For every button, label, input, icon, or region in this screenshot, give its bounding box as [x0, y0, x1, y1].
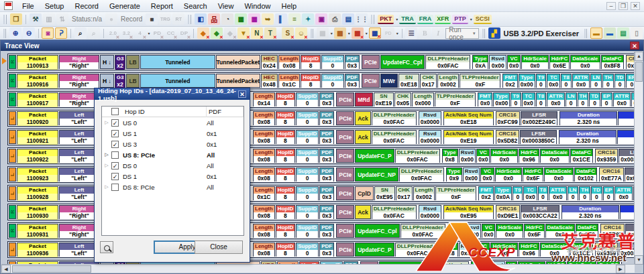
- menu-report[interactable]: Report: [146, 1, 178, 11]
- field-t9[interactable]: T90: [511, 92, 521, 107]
- report-grid-icon[interactable]: ▦: [248, 13, 260, 25]
- field-hopid[interactable]: HopID8: [276, 130, 296, 144]
- statistics-icon[interactable]: ▌: [275, 13, 287, 25]
- field-ufc[interactable]: UpdateFC_P: [355, 243, 394, 257]
- field-pdf[interactable]: PDF0x3: [319, 111, 334, 125]
- field-right[interactable]: Right"Right": [59, 205, 99, 219]
- filter-pd-button[interactable]: PD✕: [151, 27, 163, 39]
- vertical-scroll-thumb[interactable]: [635, 62, 643, 82]
- toolbar-grip[interactable]: [371, 15, 374, 24]
- filter-3-2-button[interactable]: 3.2✕: [120, 27, 132, 39]
- field-packet[interactable]: Packet1100916: [17, 74, 58, 88]
- field-attr[interactable]: ATTR0x0: [547, 92, 565, 107]
- field-left[interactable]: Left"Left": [59, 186, 99, 200]
- field-rsvd[interactable]: Rsvd0x00: [459, 243, 476, 257]
- field-crc16[interactable]: CRC160xFC99: [496, 111, 520, 125]
- dropdown-arrow-icon[interactable]: ▾: [396, 17, 398, 21]
- hop-id-row-us-3[interactable]: ✓US 30x1: [102, 139, 244, 149]
- device-properties-icon[interactable]: ◧: [195, 13, 207, 25]
- field-length[interactable]: Length0x08: [253, 167, 275, 182]
- field-chk[interactable]: CHK0x17: [420, 74, 437, 88]
- field-ack-nak-seq-num[interactable]: Ack/Nak Seq Num0xE18: [443, 111, 493, 125]
- field-type[interactable]: Type0x8: [442, 149, 458, 163]
- field-td[interactable]: TD0: [589, 92, 600, 107]
- field-datascale[interactable]: DataScale0x0: [540, 149, 570, 163]
- field-ln[interactable]: LN0: [590, 74, 602, 88]
- pdf-column-header[interactable]: PDF: [207, 107, 244, 117]
- field-hdrfc[interactable]: HdrFC0x96: [519, 243, 539, 257]
- field-hopid[interactable]: HopID8: [276, 243, 296, 257]
- hop-id-row-us-0[interactable]: ▷✓US 0All: [102, 117, 244, 128]
- field-t9[interactable]: T90: [513, 186, 523, 200]
- toolbar-grip[interactable]: [482, 29, 485, 38]
- field-tlppreheader[interactable]: TLPPreHeader0xF: [435, 92, 476, 107]
- field-hcell[interactable]: H ↓: [100, 74, 114, 88]
- field-datafc[interactable]: DataFC0x102: [574, 167, 597, 182]
- notes-icon[interactable]: ▯: [631, 27, 643, 39]
- field-pdf[interactable]: PDF0x3: [345, 55, 360, 69]
- field-ack[interactable]: Ack: [355, 205, 371, 219]
- hop-id-checkbox[interactable]: ✓: [111, 119, 119, 127]
- field-duration[interactable]: Duration2.320 ns: [559, 130, 616, 144]
- expander-icon[interactable]: ▷: [102, 184, 111, 190]
- field-datafc[interactable]: DataFC0x1CE: [570, 149, 593, 163]
- field-length[interactable]: Length0x000: [412, 92, 434, 107]
- field-pcie[interactable]: PCIe: [336, 243, 354, 257]
- filter-4-button[interactable]: 4✕: [133, 27, 146, 39]
- field-t9[interactable]: T90: [536, 74, 546, 88]
- scsi-level-button[interactable]: SCSI: [474, 15, 492, 24]
- field-suppid[interactable]: SuppID0: [296, 111, 319, 125]
- expander-icon[interactable]: ▷: [102, 152, 111, 157]
- field-suppid[interactable]: SuppID0: [296, 243, 319, 257]
- field-hopid[interactable]: HopID8: [276, 205, 296, 219]
- field-length[interactable]: Length0x14: [253, 92, 275, 107]
- field-packet[interactable]: Packet1100917: [17, 92, 58, 107]
- field-fmt[interactable]: FMT0x2: [502, 74, 517, 88]
- field-time-stamp[interactable]: Time Stamp7 . 952 153 604: [617, 130, 635, 144]
- field-length[interactable]: Length0x08: [253, 111, 275, 125]
- decode-toggle-icon[interactable]: ᕈ: [55, 27, 67, 39]
- field-vc[interactable]: VC0x0: [476, 149, 490, 163]
- field-lfsr[interactable]: LFSR0x00368C40: [619, 149, 635, 163]
- field-hopid[interactable]: HopID8: [301, 74, 321, 88]
- field-th[interactable]: TH0: [602, 74, 614, 88]
- field-hec[interactable]: HEC0x24: [261, 55, 278, 69]
- field-pcie[interactable]: PCIe: [336, 205, 354, 219]
- data-view-icon[interactable]: ▤: [342, 13, 354, 25]
- toolbar-grip[interactable]: [3, 29, 6, 38]
- menu-view[interactable]: View: [213, 1, 239, 11]
- pkt-level-button[interactable]: PKT: [378, 15, 394, 24]
- dropdown-arrow-icon[interactable]: ▾: [366, 31, 368, 36]
- color-display-icon[interactable]: ▤: [617, 27, 629, 39]
- field-pcie[interactable]: PCIe: [336, 111, 354, 125]
- field-hopid[interactable]: HopID8: [301, 55, 321, 69]
- field-pcie[interactable]: PCIe: [362, 55, 380, 69]
- field-rsvd[interactable]: Rsvd0x0000: [419, 205, 441, 219]
- field-attr[interactable]: ATTR0x0: [549, 186, 567, 200]
- hop-id-checkbox[interactable]: ✓: [111, 173, 119, 180]
- field-lfsr[interactable]: LFSR0x0003850C: [520, 130, 557, 144]
- field-pdf[interactable]: PDF0x3: [319, 186, 334, 200]
- field-right[interactable]: Right"Right": [59, 74, 99, 88]
- field-hdrfc[interactable]: HdrFC0x6F: [523, 167, 543, 182]
- field-rsvd[interactable]: Rsvd0x0000: [419, 111, 441, 125]
- field-chk[interactable]: CHK0x17: [396, 186, 413, 200]
- field-type[interactable]: Type0x00: [493, 92, 510, 107]
- field-crc16[interactable]: CRC160x5D82: [496, 130, 520, 144]
- field-datafc[interactable]: DataFC0x1CE: [570, 243, 593, 257]
- field-suppid[interactable]: SuppID0: [296, 130, 319, 144]
- menu-file[interactable]: File: [17, 1, 40, 11]
- field-suppid[interactable]: SuppID0: [296, 92, 319, 107]
- field-hopid[interactable]: HopID8: [276, 149, 296, 163]
- field-suppid[interactable]: SuppID0: [296, 167, 319, 182]
- field-th[interactable]: TH0: [579, 186, 590, 200]
- field-packet[interactable]: Packet1100936: [17, 243, 58, 257]
- hop-id-checkbox[interactable]: [111, 184, 119, 191]
- field-datafc[interactable]: DataFC0x8F8: [601, 55, 624, 69]
- field-suppid[interactable]: SuppID0: [296, 186, 319, 200]
- hide-gray-icon[interactable]: ◆✕: [224, 27, 236, 39]
- expander-icon[interactable]: ▷: [102, 163, 111, 168]
- field-datafc[interactable]: DataFC0x8F9: [576, 224, 598, 238]
- field-hopid[interactable]: HopID8: [276, 111, 296, 125]
- hide-sof-icon[interactable]: S✕: [282, 27, 294, 39]
